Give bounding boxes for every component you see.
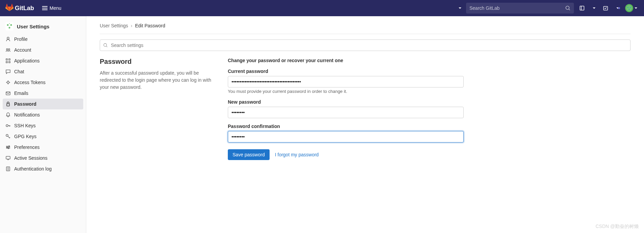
help-dropdown[interactable] (614, 6, 621, 10)
sidebar-item-gpg-keys[interactable]: GPG Keys (0, 131, 86, 142)
sidebar-item-account[interactable]: Account (0, 45, 86, 55)
todo-icon (603, 5, 608, 11)
issues-icon (579, 5, 585, 11)
section-title: Password (100, 58, 214, 66)
global-search[interactable] (466, 3, 574, 14)
apps-icon (5, 58, 11, 63)
sidebar-item-label: Active Sessions (14, 155, 48, 161)
save-password-button[interactable]: Save password (228, 149, 270, 160)
sidebar-item-label: Emails (14, 90, 28, 96)
svg-rect-20 (6, 59, 7, 60)
search-icon (565, 5, 571, 11)
svg-point-30 (7, 147, 8, 148)
sidebar-item-ssh-keys[interactable]: SSH Keys (0, 120, 86, 131)
svg-point-34 (104, 44, 107, 47)
password-form: Change your password or recover your cur… (228, 58, 464, 160)
sidebar-item-label: Password (14, 101, 36, 107)
header-right (456, 3, 639, 14)
authlog-icon (5, 166, 11, 172)
sidebar-item-chat[interactable]: Chat (0, 66, 86, 77)
chevron-down-icon (459, 7, 461, 9)
svg-point-16 (9, 23, 10, 24)
breadcrumb-current: Edit Password (135, 23, 165, 28)
sidebar-item-label: Preferences (14, 145, 39, 150)
sidebar-item-label: Profile (14, 36, 28, 42)
search-input[interactable] (469, 5, 565, 11)
sidebar-item-preferences[interactable]: Preferences (0, 142, 86, 153)
current-password-label: Current password (228, 69, 464, 74)
sidebar-item-applications[interactable]: Applications (0, 55, 86, 66)
sidebar-item-password[interactable]: Password (3, 99, 83, 109)
user-menu[interactable] (624, 3, 639, 14)
menu-label: Menu (50, 5, 61, 11)
current-password-input[interactable] (228, 76, 464, 87)
svg-point-19 (8, 49, 10, 50)
sidebar-title: User Settings (17, 24, 50, 29)
new-password-input[interactable] (228, 107, 464, 118)
confirm-password-input[interactable] (228, 131, 464, 143)
notification-dot (618, 7, 620, 9)
sidebar-header[interactable]: User Settings (0, 19, 86, 34)
page-layout: User Settings Profile Account Applicatio… (0, 16, 644, 233)
svg-rect-2 (580, 6, 584, 10)
sessions-icon (5, 155, 11, 161)
sidebar-item-label: Account (14, 47, 31, 53)
prefs-icon (5, 145, 11, 150)
forgot-password-link[interactable]: I forgot my password (275, 152, 319, 157)
form-heading: Change your password or recover your cur… (228, 58, 464, 63)
account-icon (5, 47, 11, 53)
sidebar-item-label: GPG Keys (14, 134, 36, 139)
svg-rect-22 (6, 61, 7, 63)
chevron-down-icon (635, 7, 637, 9)
key-icon (5, 123, 11, 128)
top-header: GitLab Menu (0, 0, 644, 16)
sidebar: User Settings Profile Account Applicatio… (0, 16, 86, 233)
settings-avatar-icon (5, 22, 13, 30)
token-icon (5, 80, 11, 85)
gitlab-icon (5, 3, 13, 13)
bell-icon (5, 112, 11, 118)
confirm-password-group: Password confirmation (228, 124, 464, 143)
svg-point-27 (6, 125, 8, 127)
sidebar-item-label: Access Tokens (14, 80, 45, 85)
user-icon (5, 36, 11, 42)
sidebar-item-access-tokens[interactable]: Access Tokens (0, 77, 86, 88)
svg-rect-32 (6, 156, 10, 159)
sidebar-item-active-sessions[interactable]: Active Sessions (0, 153, 86, 163)
svg-point-15 (9, 27, 10, 29)
new-password-label: New password (228, 99, 464, 105)
breadcrumb-parent[interactable]: User Settings (100, 23, 128, 28)
user-avatar (625, 4, 633, 12)
svg-point-17 (7, 37, 9, 39)
gitlab-logo[interactable]: GitLab (5, 3, 34, 13)
chat-icon (5, 69, 11, 74)
new-password-group: New password (228, 99, 464, 118)
svg-rect-23 (9, 61, 10, 63)
todos-link[interactable] (600, 3, 611, 14)
sidebar-item-notifications[interactable]: Notifications (0, 109, 86, 120)
svg-point-14 (10, 24, 12, 26)
menu-button[interactable]: Menu (39, 3, 64, 13)
svg-point-9 (627, 7, 628, 8)
form-actions: Save password I forgot my password (228, 149, 464, 160)
search-settings-input[interactable] (100, 40, 631, 51)
current-password-group: Current password You must provide your c… (228, 69, 464, 94)
svg-point-29 (9, 146, 10, 147)
sidebar-item-auth-log[interactable]: Authentication log (0, 163, 86, 174)
password-section: Password After a successful password upd… (100, 58, 631, 160)
svg-point-13 (7, 24, 9, 26)
issues-link[interactable] (577, 3, 587, 14)
svg-point-31 (8, 148, 9, 149)
merge-requests-dropdown[interactable] (590, 6, 597, 10)
main-content: User Settings › Edit Password Password A… (86, 16, 644, 233)
chevron-down-icon (593, 7, 595, 9)
sidebar-item-profile[interactable]: Profile (0, 34, 86, 45)
mail-icon (5, 90, 11, 96)
svg-rect-26 (7, 104, 9, 106)
svg-point-24 (7, 81, 9, 83)
hamburger-icon (42, 6, 48, 10)
gpg-key-icon (5, 134, 11, 139)
svg-point-18 (6, 49, 8, 50)
new-dropdown[interactable] (456, 6, 463, 10)
sidebar-item-emails[interactable]: Emails (0, 88, 86, 99)
